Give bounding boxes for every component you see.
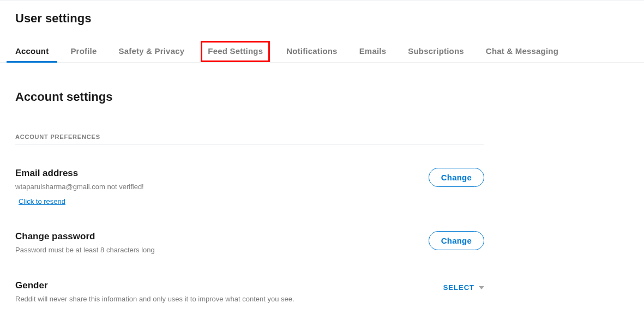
tab-safety-privacy[interactable]: Safety & Privacy xyxy=(118,41,184,62)
change-email-button[interactable]: Change xyxy=(429,168,484,187)
tab-profile[interactable]: Profile xyxy=(70,41,97,62)
email-desc: wtaparulsharma@gmail.com not verified! xyxy=(15,182,429,192)
setting-password: Change password Password must be at leas… xyxy=(15,231,484,255)
setting-gender: Gender Reddit will never share this info… xyxy=(15,280,484,304)
tab-account[interactable]: Account xyxy=(15,41,49,62)
email-title: Email address xyxy=(15,168,429,179)
content-area: Account settings ACCOUNT PREFERENCES Ema… xyxy=(15,63,484,305)
gender-desc: Reddit will never share this information… xyxy=(15,294,443,304)
password-title: Change password xyxy=(15,231,429,242)
resend-link[interactable]: Click to resend xyxy=(19,197,65,205)
gender-select-label: SELECT xyxy=(443,283,474,292)
gender-select-button[interactable]: SELECT xyxy=(443,283,484,292)
chevron-down-icon xyxy=(479,286,484,289)
page-title: User settings xyxy=(15,1,629,41)
tab-chat-messaging[interactable]: Chat & Messaging xyxy=(486,41,558,62)
gender-title: Gender xyxy=(15,280,443,291)
settings-tabs: Account Profile Safety & Privacy Feed Se… xyxy=(0,41,644,63)
tab-notifications[interactable]: Notifications xyxy=(286,41,337,62)
setting-email: Email address wtaparulsharma@gmail.com n… xyxy=(15,168,484,206)
subsection-header: ACCOUNT PREFERENCES xyxy=(15,134,484,145)
password-desc: Password must be at least 8 characters l… xyxy=(15,245,429,255)
change-password-button[interactable]: Change xyxy=(429,231,484,250)
tab-emails[interactable]: Emails xyxy=(359,41,387,62)
section-title: Account settings xyxy=(15,90,484,104)
tab-subscriptions[interactable]: Subscriptions xyxy=(408,41,464,62)
tab-feed-settings[interactable]: Feed Settings xyxy=(201,41,270,62)
